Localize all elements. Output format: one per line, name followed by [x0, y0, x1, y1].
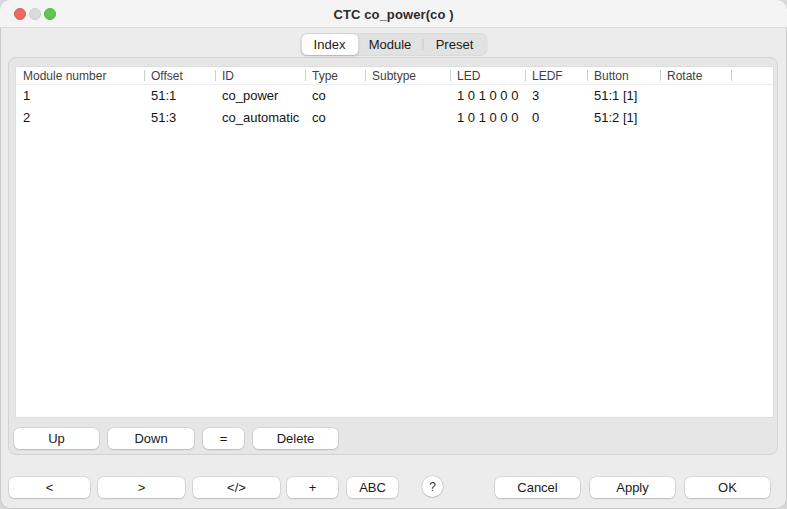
cell-button: 51:1 [1] — [587, 85, 660, 107]
down-button[interactable]: Down — [108, 428, 194, 449]
cell-offset: 51:1 — [144, 85, 215, 107]
column-header-type[interactable]: Type — [305, 67, 365, 84]
delete-button[interactable]: Delete — [253, 428, 338, 449]
cell-ledf: 3 — [525, 85, 587, 107]
cell-id: co_power — [215, 85, 305, 107]
cell-module-number: 1 — [16, 85, 144, 107]
column-header-led[interactable]: LED — [450, 67, 525, 84]
cell-button: 51:2 [1] — [587, 107, 660, 129]
cell-offset: 51:3 — [144, 107, 215, 129]
up-button[interactable]: Up — [14, 428, 99, 449]
markup-button[interactable]: </> — [193, 477, 280, 498]
column-header-module-number[interactable]: Module number — [16, 67, 144, 84]
window-title: CTC co_power(co ) — [0, 0, 787, 28]
minimize-button[interactable] — [29, 8, 41, 20]
prev-button[interactable]: < — [9, 477, 90, 498]
module-table: Module number Offset ID Type Subtype LED… — [15, 66, 774, 418]
abc-button[interactable]: ABC — [347, 477, 398, 498]
column-header-button[interactable]: Button — [587, 67, 660, 84]
zoom-button[interactable] — [44, 8, 56, 20]
column-header-spacer — [731, 67, 773, 84]
apply-button[interactable]: Apply — [590, 477, 675, 498]
help-button[interactable]: ? — [422, 476, 443, 497]
cell-rotate — [660, 85, 731, 107]
ok-button[interactable]: OK — [685, 477, 770, 498]
tab-index[interactable]: Index — [301, 34, 358, 55]
cell-ledf: 0 — [525, 107, 587, 129]
cell-spacer — [731, 85, 773, 107]
column-header-offset[interactable]: Offset — [144, 67, 215, 84]
cell-subtype — [365, 85, 450, 107]
cell-led: 1 0 1 0 0 0 — [450, 107, 525, 129]
equals-button[interactable]: = — [203, 428, 244, 449]
next-button[interactable]: > — [98, 477, 185, 498]
cell-spacer — [731, 107, 773, 129]
plus-button[interactable]: + — [287, 477, 338, 498]
tab-preset[interactable]: Preset — [423, 34, 486, 55]
cancel-button[interactable]: Cancel — [495, 477, 580, 498]
app-window: CTC co_power(co ) Index Module Preset Mo… — [0, 0, 787, 509]
column-header-rotate[interactable]: Rotate — [660, 67, 731, 84]
column-header-id[interactable]: ID — [215, 67, 305, 84]
tab-bar: Index Module Preset — [300, 33, 487, 56]
cell-rotate — [660, 107, 731, 129]
close-button[interactable] — [14, 8, 26, 20]
cell-module-number: 2 — [16, 107, 144, 129]
column-header-subtype[interactable]: Subtype — [365, 67, 450, 84]
table-row[interactable]: 2 51:3 co_automatic co 1 0 1 0 0 0 0 51:… — [16, 107, 773, 129]
table-header: Module number Offset ID Type Subtype LED… — [16, 67, 773, 85]
column-header-ledf[interactable]: LEDF — [525, 67, 587, 84]
table-row[interactable]: 1 51:1 co_power co 1 0 1 0 0 0 3 51:1 [1… — [16, 85, 773, 107]
cell-type: co — [305, 85, 365, 107]
index-panel: Module number Offset ID Type Subtype LED… — [8, 57, 778, 455]
titlebar: CTC co_power(co ) — [0, 0, 787, 28]
tab-module[interactable]: Module — [358, 34, 422, 55]
traffic-lights — [14, 8, 56, 20]
cell-subtype — [365, 107, 450, 129]
cell-id: co_automatic — [215, 107, 305, 129]
cell-type: co — [305, 107, 365, 129]
cell-led: 1 0 1 0 0 0 — [450, 85, 525, 107]
